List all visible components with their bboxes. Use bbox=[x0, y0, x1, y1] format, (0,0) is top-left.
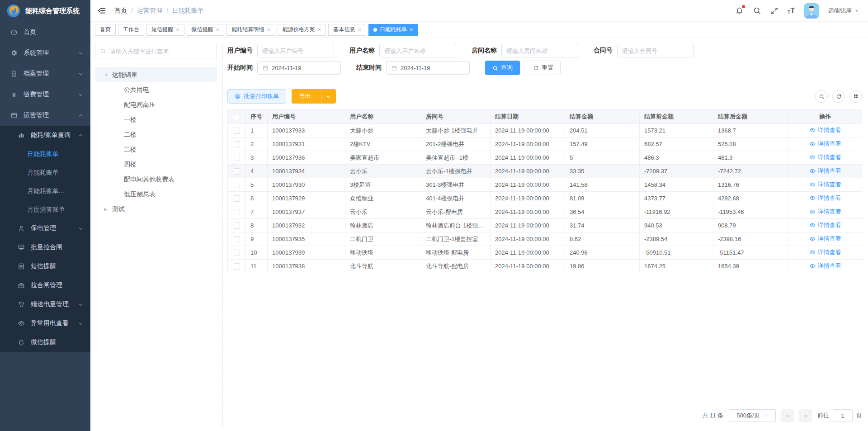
tree-node[interactable]: 二楼 bbox=[95, 127, 217, 142]
detail-link[interactable]: 详情查看 bbox=[809, 221, 841, 229]
close-icon[interactable]: × bbox=[410, 27, 413, 33]
sidebar-item-label: 能耗/账单查询 bbox=[31, 131, 78, 139]
batch-print-button[interactable]: 批量打印账单 bbox=[227, 89, 286, 104]
row-checkbox[interactable] bbox=[234, 263, 240, 270]
export-dropdown-caret[interactable] bbox=[321, 90, 335, 103]
tab[interactable]: 能耗结算明细× bbox=[226, 24, 275, 36]
tree-node[interactable]: 配电间其他收费表 bbox=[95, 172, 217, 187]
user-name-input[interactable] bbox=[379, 44, 456, 57]
row-checkbox[interactable] bbox=[234, 250, 240, 256]
tree-node[interactable]: 公共用电 bbox=[95, 82, 217, 97]
sidebar-item[interactable]: 首页 bbox=[0, 22, 90, 43]
sidebar-item[interactable]: 月能耗账单... bbox=[0, 182, 90, 200]
table-search-icon[interactable] bbox=[815, 90, 828, 103]
close-icon[interactable]: × bbox=[318, 27, 321, 33]
detail-link[interactable]: 详情查看 bbox=[809, 126, 841, 134]
sidebar-item[interactable]: 系统管理 bbox=[0, 43, 90, 63]
detail-link[interactable]: 详情查看 bbox=[809, 248, 841, 256]
next-page-button[interactable]: > bbox=[799, 409, 812, 422]
sidebar-item[interactable]: 能耗/账单查询 bbox=[0, 126, 90, 145]
detail-link[interactable]: 详情查看 bbox=[809, 235, 841, 243]
sidebar-item[interactable]: 月度清算账单 bbox=[0, 200, 90, 219]
tree-node[interactable]: 低压侧总表 bbox=[95, 187, 217, 202]
detail-link[interactable]: 详情查看 bbox=[809, 208, 841, 216]
chevron-down-icon bbox=[854, 9, 859, 13]
detail-link[interactable]: 详情查看 bbox=[809, 194, 841, 202]
font-size-icon[interactable]: TT bbox=[788, 7, 795, 15]
cell-seq: 9 bbox=[246, 232, 268, 246]
sidebar-item[interactable]: 短信提醒 bbox=[0, 257, 90, 276]
sidebar-item[interactable]: 保电管理 bbox=[0, 219, 90, 238]
user-no-input[interactable] bbox=[257, 44, 334, 57]
close-icon[interactable]: × bbox=[358, 27, 361, 33]
tab[interactable]: 基本信息× bbox=[328, 24, 366, 36]
sidebar-item[interactable]: 档案管理 bbox=[0, 63, 90, 84]
row-checkbox[interactable] bbox=[234, 236, 240, 242]
sidebar-item[interactable]: 运营管理 bbox=[0, 105, 90, 126]
sidebar-item[interactable]: 批量拉合闸 bbox=[0, 238, 90, 257]
tree-node[interactable]: ▶测试 bbox=[95, 202, 217, 217]
tab[interactable]: 微信提醒× bbox=[187, 24, 225, 36]
sidebar-item[interactable]: 月能耗账单 bbox=[0, 163, 90, 182]
detail-link[interactable]: 详情查看 bbox=[809, 262, 841, 270]
column-header: 序号 bbox=[246, 110, 268, 124]
tree-node[interactable]: 四楼 bbox=[95, 157, 217, 172]
room-name-input[interactable] bbox=[501, 44, 578, 57]
sidebar-item[interactable]: 赠送电量管理 bbox=[0, 295, 90, 314]
sidebar-item[interactable]: 异常用电查看 bbox=[0, 314, 90, 333]
cell-date: 2024-11-19 00:00:00 bbox=[491, 137, 565, 151]
row-checkbox[interactable] bbox=[234, 141, 240, 147]
collapse-sidebar-icon[interactable] bbox=[98, 6, 106, 15]
tab[interactable]: 短信提醒× bbox=[146, 24, 184, 36]
page-size-select[interactable]: 500条/页 bbox=[729, 409, 776, 422]
sidebar-item[interactable]: 拉合闸管理 bbox=[0, 276, 90, 295]
goto-page-input[interactable] bbox=[833, 409, 853, 422]
search-button[interactable]: 查询 bbox=[485, 61, 520, 75]
select-all-checkbox[interactable] bbox=[234, 114, 240, 120]
row-checkbox[interactable] bbox=[234, 223, 240, 229]
export-button[interactable]: 导出 bbox=[292, 89, 336, 104]
search-icon[interactable] bbox=[753, 6, 761, 15]
close-icon[interactable]: × bbox=[267, 27, 270, 33]
tree-node[interactable]: 配电间高压 bbox=[95, 97, 217, 112]
tab[interactable]: 首页 bbox=[95, 24, 116, 36]
close-icon[interactable]: × bbox=[216, 27, 220, 33]
row-checkbox[interactable] bbox=[234, 195, 240, 202]
detail-link[interactable]: 详情查看 bbox=[809, 167, 841, 175]
breadcrumb-item[interactable]: 首页 bbox=[114, 7, 127, 15]
row-checkbox[interactable] bbox=[234, 128, 240, 134]
tab[interactable]: 工作台 bbox=[118, 24, 144, 36]
start-date-input[interactable]: 2024-11-19 bbox=[257, 61, 341, 75]
detail-link[interactable]: 详情查看 bbox=[809, 140, 841, 148]
tab[interactable]: 能源价格方案× bbox=[278, 24, 326, 36]
detail-link[interactable]: 详情查看 bbox=[809, 180, 841, 189]
tree-caret-icon[interactable]: ▼ bbox=[104, 72, 112, 77]
cell-before: 486.3 bbox=[640, 151, 713, 165]
fullscreen-icon[interactable] bbox=[770, 7, 778, 15]
tree-caret-icon[interactable]: ▶ bbox=[104, 207, 112, 212]
close-icon[interactable]: × bbox=[176, 27, 179, 33]
column-settings-icon[interactable] bbox=[849, 90, 862, 103]
refresh-icon[interactable] bbox=[832, 90, 845, 103]
tree-search-input[interactable] bbox=[110, 48, 212, 55]
contract-no-input[interactable] bbox=[617, 44, 694, 57]
row-checkbox[interactable] bbox=[234, 168, 240, 175]
tree-node[interactable]: 一楼 bbox=[95, 112, 217, 127]
end-date-input[interactable]: 2024-11-19 bbox=[386, 61, 470, 75]
row-checkbox[interactable] bbox=[234, 182, 240, 188]
avatar[interactable] bbox=[804, 3, 819, 19]
sidebar-item[interactable]: ¥缴费管理 bbox=[0, 84, 90, 105]
tab[interactable]: 日能耗账单× bbox=[368, 24, 418, 36]
reset-button[interactable]: 重置 bbox=[526, 61, 561, 75]
detail-link[interactable]: 详情查看 bbox=[809, 153, 841, 161]
row-checkbox[interactable] bbox=[234, 155, 240, 161]
prev-page-button[interactable]: < bbox=[781, 409, 794, 422]
row-checkbox[interactable] bbox=[234, 209, 240, 215]
tree-node[interactable]: ▼远能锦座 bbox=[95, 67, 217, 82]
sidebar-item[interactable]: 微信提醒 bbox=[0, 333, 90, 352]
tree-node[interactable]: 三楼 bbox=[95, 142, 217, 157]
breadcrumb-item[interactable]: 运营管理 bbox=[137, 7, 162, 15]
notification-bell-icon[interactable] bbox=[735, 6, 744, 15]
user-menu[interactable]: 远能锦座 bbox=[828, 7, 859, 15]
sidebar-item[interactable]: 日能耗账单 bbox=[0, 145, 90, 163]
